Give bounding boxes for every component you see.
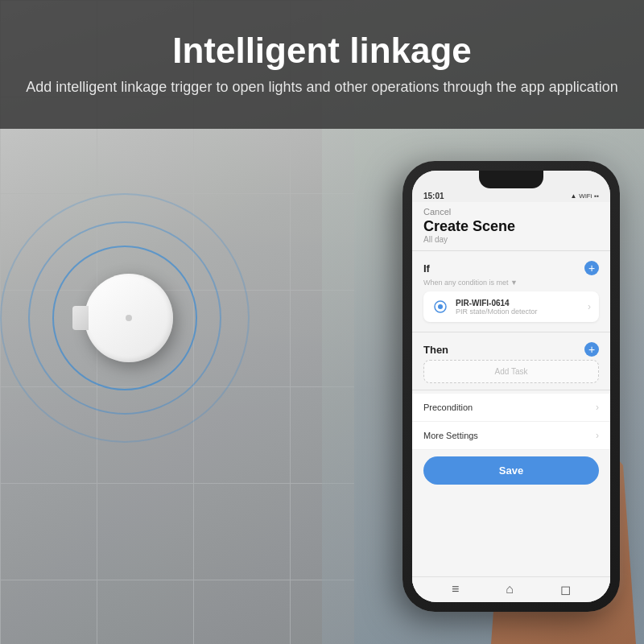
sensor-notch — [72, 306, 89, 330]
then-section-header: Then + — [423, 342, 599, 357]
phone-notch — [479, 171, 543, 188]
signal-icon: ▲ — [570, 192, 576, 200]
device-icon — [431, 298, 449, 316]
app-content: Cancel Create Scene All day If + When an… — [412, 202, 610, 600]
scene-subtitle: All day — [423, 235, 599, 244]
precondition-label: Precondition — [423, 402, 473, 412]
device-info: PIR-WIFI-0614 PIR state/Motion detector — [456, 299, 588, 316]
phone-screen: 15:01 ▲ WiFi ▪▪ Cancel Create Scene All … — [412, 171, 610, 602]
add-task-button[interactable]: Add Task — [423, 360, 599, 383]
phone-outer: 15:01 ▲ WiFi ▪▪ Cancel Create Scene All … — [402, 161, 620, 612]
device-type: PIR state/Motion detector — [456, 308, 588, 316]
cancel-button[interactable]: Cancel — [423, 207, 599, 217]
more-settings-row[interactable]: More Settings › — [412, 422, 610, 450]
if-section: If + When any condition is met ▼ — [412, 254, 610, 328]
then-label: Then — [423, 344, 448, 356]
if-sub-label: When any condition is met ▼ — [423, 279, 599, 287]
top-banner: Intelligent linkage Add intelligent link… — [0, 0, 644, 129]
scene-title: Create Scene — [423, 218, 515, 234]
save-button[interactable]: Save — [423, 456, 599, 485]
nav-menu-icon[interactable]: ≡ — [452, 582, 459, 597]
status-time: 15:01 — [423, 192, 444, 200]
main-container: Intelligent linkage Add intelligent link… — [0, 0, 644, 644]
banner-subtitle: Add intelligent linkage trigger to open … — [26, 77, 618, 97]
sensor-dot — [126, 315, 132, 321]
if-add-button[interactable]: + — [584, 261, 599, 275]
if-section-header: If + — [423, 261, 599, 275]
chevron-right-icon: › — [588, 301, 591, 312]
if-label: If — [423, 262, 430, 275]
more-settings-chevron-icon: › — [596, 430, 599, 441]
svg-point-1 — [438, 304, 443, 309]
status-icons: ▲ WiFi ▪▪ — [570, 192, 599, 200]
then-add-button[interactable]: + — [584, 342, 599, 357]
banner-title: Intelligent linkage — [172, 31, 472, 70]
divider-1 — [412, 250, 610, 251]
nav-back-icon[interactable]: ◻ — [560, 582, 571, 597]
device-name: PIR-WIFI-0614 — [456, 299, 588, 308]
then-section: Then + Add Task — [412, 336, 610, 386]
phone-mockup: 15:01 ▲ WiFi ▪▪ Cancel Create Scene All … — [402, 161, 620, 612]
divider-3 — [412, 390, 610, 390]
nav-home-icon[interactable]: ⌂ — [506, 582, 514, 597]
pir-sensor — [85, 274, 173, 362]
wifi-icon: WiFi — [579, 192, 592, 200]
device-item[interactable]: PIR-WIFI-0614 PIR state/Motion detector … — [423, 291, 599, 322]
precondition-chevron-icon: › — [596, 402, 599, 413]
more-settings-label: More Settings — [423, 431, 478, 440]
battery-icon: ▪▪ — [594, 192, 599, 200]
precondition-row[interactable]: Precondition › — [412, 394, 610, 422]
sensor-body — [85, 274, 173, 362]
app-header: Cancel Create Scene All day — [412, 202, 610, 247]
divider-2 — [412, 332, 610, 332]
bottom-nav: ≡ ⌂ ◻ — [412, 576, 610, 600]
